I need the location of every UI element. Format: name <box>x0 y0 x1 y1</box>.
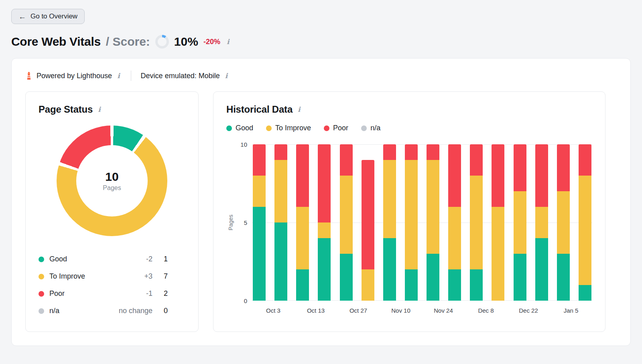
back-arrow-icon: ← <box>18 13 26 20</box>
bar-segment-to-improve <box>557 191 570 254</box>
y-tick: 0 <box>244 297 247 304</box>
bar-segment-to-improve <box>405 160 418 269</box>
page-status-title: Page Status <box>39 104 93 115</box>
historical-legend: GoodTo ImprovePoorn/a <box>226 124 592 132</box>
bar[interactable] <box>427 144 439 301</box>
bar[interactable] <box>296 144 309 301</box>
x-axis-label: Nov 24 <box>422 307 465 314</box>
page-status-legend: Good-21To Improve+37Poor-12n/ano change0 <box>39 251 185 320</box>
bar-segment-to-improve <box>514 191 526 254</box>
y-tick: 5 <box>244 219 247 226</box>
historical-data-title: Historical Data <box>226 104 293 115</box>
bar-segment-to-improve <box>448 207 461 269</box>
page-status-info-icon[interactable]: i <box>97 105 102 113</box>
legend-count: 2 <box>156 289 168 298</box>
go-to-overview-button[interactable]: ← Go to Overview <box>11 9 85 24</box>
bar-segment-poor <box>557 144 570 191</box>
pages-total-label: Pages <box>103 184 121 192</box>
device-info-icon[interactable]: i <box>224 72 229 80</box>
bar[interactable] <box>448 144 461 301</box>
legend-count: 1 <box>156 255 168 263</box>
plot-area <box>252 144 592 301</box>
historical-chart: Pages 10 5 0 <box>226 144 592 314</box>
page-title: Core Web Vitals <box>11 35 101 49</box>
bar-segment-to-improve <box>362 269 374 301</box>
y-axis-title: Pages <box>226 144 235 301</box>
page-status-card: Page Status i 10 Pages Good-21To Improve… <box>25 91 199 332</box>
legend-label: Good <box>49 255 112 263</box>
bar-segment-good <box>340 254 353 301</box>
bar-segment-good <box>579 285 591 301</box>
bar-segment-to-improve <box>318 222 331 238</box>
bar-segment-poor <box>253 144 266 176</box>
bar[interactable] <box>253 144 266 301</box>
status-legend-row: n/ano change0 <box>39 302 168 320</box>
bar[interactable] <box>362 160 374 301</box>
legend-change: -1 <box>112 289 152 298</box>
y-axis-title-text: Pages <box>228 214 234 231</box>
historical-legend-item: n/a <box>361 124 380 132</box>
bar-segment-good <box>427 254 439 301</box>
bar[interactable] <box>383 144 396 301</box>
bar[interactable] <box>318 144 331 301</box>
bar[interactable] <box>492 144 504 301</box>
score-value: 10% <box>174 35 198 49</box>
bar[interactable] <box>405 144 418 301</box>
bar-segment-to-improve <box>383 160 396 238</box>
bar-segment-to-improve <box>253 176 266 207</box>
status-legend-row: Good-21 <box>39 251 168 268</box>
bar-segment-to-improve <box>274 160 287 222</box>
bar-segment-poor <box>470 144 483 176</box>
historical-legend-item: To Improve <box>266 124 311 132</box>
page-status-title-row: Page Status i <box>39 104 185 115</box>
page-status-donut[interactable]: 10 Pages <box>57 125 167 236</box>
bar-segment-to-improve <box>492 207 504 301</box>
historical-info-icon[interactable]: i <box>297 105 301 113</box>
bar-segment-poor <box>318 144 331 222</box>
bar[interactable] <box>274 144 287 301</box>
legend-dot <box>39 308 44 314</box>
legend-change: no change <box>112 307 152 315</box>
legend-label: To Improve <box>49 272 112 281</box>
x-axis-label: Oct 3 <box>252 307 295 314</box>
legend-label: n/a <box>370 124 380 132</box>
score-info-icon[interactable]: i <box>226 38 230 46</box>
legend-dot <box>226 125 232 131</box>
bar-segment-poor <box>535 144 548 207</box>
bar-segment-good <box>318 238 331 301</box>
device-emulated-label: Device emulated: Mobile <box>141 72 220 80</box>
bar[interactable] <box>579 144 591 301</box>
y-axis-ticks: 10 5 0 <box>235 144 252 301</box>
legend-dot <box>39 257 44 262</box>
bar[interactable] <box>340 144 353 301</box>
legend-change: -2 <box>112 255 152 263</box>
bar-segment-good <box>535 238 548 301</box>
bar-segment-poor <box>405 144 418 160</box>
bar[interactable] <box>557 144 570 301</box>
historical-title-row: Historical Data i <box>226 104 592 115</box>
bar[interactable] <box>535 144 548 301</box>
bar-segment-poor <box>514 144 526 191</box>
score-donut <box>155 35 169 49</box>
title-row: Core Web Vitals / Score: 10% -20% i <box>11 35 631 49</box>
bar-segment-to-improve <box>579 176 591 285</box>
bar-segment-good <box>274 222 287 301</box>
bar-segment-to-improve <box>535 207 548 238</box>
bar[interactable] <box>470 144 483 301</box>
donut-hole: 10 Pages <box>76 145 148 216</box>
legend-label: To Improve <box>275 124 311 132</box>
chart-area: Pages 10 5 0 <box>226 144 592 301</box>
legend-change: +3 <box>112 272 152 281</box>
legend-label: Poor <box>333 124 348 132</box>
cards-row: Page Status i 10 Pages Good-21To Improve… <box>12 91 630 346</box>
back-button-label: Go to Overview <box>30 12 77 20</box>
core-web-vitals-page: ← Go to Overview Core Web Vitals / Score… <box>0 0 642 358</box>
bar-segment-to-improve <box>427 160 439 254</box>
legend-label: n/a <box>49 307 112 315</box>
legend-label: Poor <box>49 289 112 298</box>
powered-by-info-icon[interactable]: i <box>116 72 121 80</box>
bar[interactable] <box>514 144 526 301</box>
legend-dot <box>324 125 329 131</box>
historical-data-card: Historical Data i GoodTo ImprovePoorn/a … <box>213 91 605 332</box>
bar-segment-poor <box>492 144 504 207</box>
